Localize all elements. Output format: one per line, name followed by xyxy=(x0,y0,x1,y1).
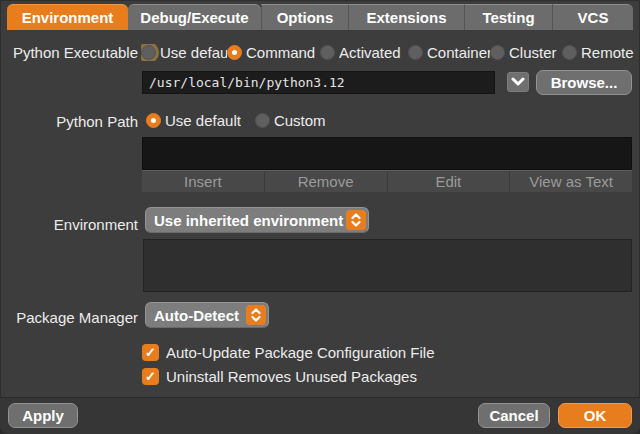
radio-circle-icon xyxy=(320,45,335,60)
browse-button[interactable]: Browse... xyxy=(536,70,632,95)
python-path-label: Python Path xyxy=(0,113,138,130)
package-manager-dropdown[interactable]: Auto-Detect xyxy=(145,302,269,328)
radio-circle-icon xyxy=(490,45,505,60)
tab-testing[interactable]: Testing xyxy=(464,4,552,30)
checkbox-checked-icon xyxy=(142,344,159,361)
insert-button[interactable]: Insert xyxy=(142,171,264,192)
checkbox-label: Auto-Update Package Configuration File xyxy=(166,344,435,361)
radio-label: Command xyxy=(246,44,315,61)
radio-selected-icon xyxy=(227,45,242,60)
radio-label: Custom xyxy=(274,112,326,129)
radio-command[interactable]: Command xyxy=(227,44,320,61)
tab-environment[interactable]: Environment xyxy=(7,4,128,30)
python-path-list-actions: Insert Remove Edit View as Text xyxy=(142,170,632,192)
path-history-dropdown-button[interactable] xyxy=(507,72,529,92)
environment-variables-textarea[interactable] xyxy=(143,239,632,292)
ok-button[interactable]: OK xyxy=(558,403,632,428)
checkbox-checked-icon xyxy=(142,368,159,385)
environment-dropdown[interactable]: Use inherited environment xyxy=(145,207,369,233)
radio-label: Cluster xyxy=(509,44,557,61)
uninstall-removes-unused-checkbox[interactable]: Uninstall Removes Unused Packages xyxy=(142,367,417,385)
radio-container[interactable]: Container xyxy=(408,44,490,61)
auto-update-package-config-checkbox[interactable]: Auto-Update Package Configuration File xyxy=(142,343,435,361)
radio-activated[interactable]: Activated xyxy=(320,44,408,61)
view-as-text-button[interactable]: View as Text xyxy=(509,171,632,192)
popup-stepper-icon xyxy=(346,210,366,230)
radio-use-default[interactable]: Use default xyxy=(141,44,227,61)
checkbox-label: Uninstall Removes Unused Packages xyxy=(166,368,417,385)
radio-path-custom[interactable]: Custom xyxy=(255,112,326,129)
radio-path-use-default[interactable]: Use default xyxy=(146,112,241,129)
tab-options[interactable]: Options xyxy=(261,4,348,30)
environment-label: Environment xyxy=(0,216,138,233)
package-manager-label: Package Manager xyxy=(0,309,138,326)
remove-button[interactable]: Remove xyxy=(264,171,387,192)
environment-dropdown-value: Use inherited environment xyxy=(146,212,346,229)
apply-button[interactable]: Apply xyxy=(8,403,78,428)
python-executable-label: Python Executable xyxy=(0,44,138,61)
tab-vcs[interactable]: VCS xyxy=(552,4,633,30)
cancel-button[interactable]: Cancel xyxy=(478,403,550,428)
edit-button[interactable]: Edit xyxy=(387,171,510,192)
python-path-list[interactable] xyxy=(142,137,632,170)
radio-label: Activated xyxy=(339,44,401,61)
radio-circle-icon xyxy=(141,45,156,60)
radio-selected-icon xyxy=(146,113,161,128)
radio-label: Remote xyxy=(581,44,634,61)
python-path-radio-group: Use default Custom xyxy=(146,109,446,131)
tab-bar: Environment Debug/Execute Options Extens… xyxy=(7,4,633,30)
python-executable-radio-group: Use default Command Activated Container … xyxy=(141,40,639,64)
package-manager-dropdown-value: Auto-Detect xyxy=(146,307,246,324)
tab-extensions[interactable]: Extensions xyxy=(348,4,464,30)
python-executable-path-input[interactable]: /usr/local/bin/python3.12 xyxy=(142,71,495,94)
radio-label: Container xyxy=(427,44,490,61)
radio-label: Use default xyxy=(165,112,241,129)
tab-debug-execute[interactable]: Debug/Execute xyxy=(128,4,261,30)
radio-cluster[interactable]: Cluster xyxy=(490,44,562,61)
chevron-down-icon xyxy=(511,77,525,87)
radio-label: Use default xyxy=(160,44,227,61)
radio-circle-icon xyxy=(562,45,577,60)
radio-remote[interactable]: Remote xyxy=(562,44,639,61)
radio-circle-icon xyxy=(255,113,270,128)
popup-stepper-icon xyxy=(246,305,266,325)
dialog-footer: Apply Cancel OK xyxy=(0,397,640,434)
radio-circle-icon xyxy=(408,45,423,60)
project-properties-dialog: Environment Debug/Execute Options Extens… xyxy=(0,0,640,434)
